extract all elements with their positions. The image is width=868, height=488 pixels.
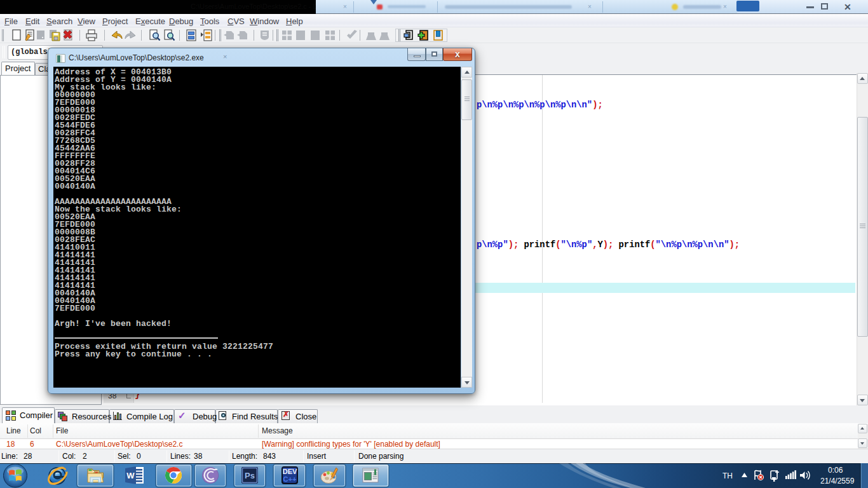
svg-text:21/4/2559: 21/4/2559 (820, 477, 855, 485)
svg-text:Ps: Ps (245, 471, 255, 480)
svg-text:DEV: DEV (283, 468, 297, 475)
svg-text:TH: TH (722, 471, 733, 480)
svg-text:0:06: 0:06 (828, 466, 843, 475)
svg-text:C++: C++ (283, 475, 297, 483)
svg-text:W: W (126, 471, 135, 480)
